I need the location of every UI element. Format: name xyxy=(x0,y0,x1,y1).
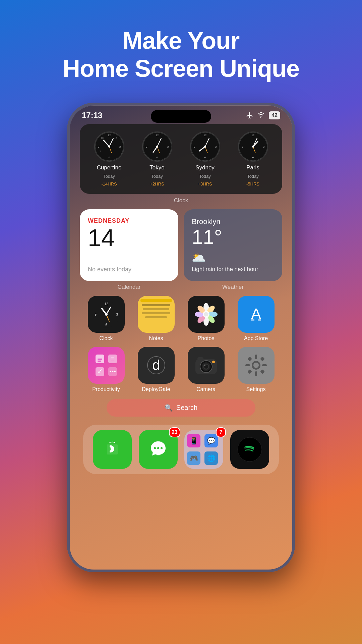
svg-point-11 xyxy=(108,146,110,148)
dock-icon-wrap-spotify[interactable] xyxy=(230,430,269,469)
title-line1: Make Your xyxy=(63,27,299,55)
app-icon-productivity[interactable]: ≡ ✓ ••• xyxy=(88,347,125,384)
svg-rect-82 xyxy=(262,364,267,366)
app-label-camera: Camera xyxy=(196,386,216,392)
search-icon: 🔍 xyxy=(165,404,173,412)
app-label-appstore: App Store xyxy=(244,335,268,341)
dock-icon-wrap-appfollow[interactable]: 7 📱 💬 🎮 🌐 xyxy=(184,430,223,469)
dock: 23 7 📱 💬 🎮 🌐 xyxy=(83,425,279,474)
svg-text:✓: ✓ xyxy=(97,368,103,375)
clock-widget[interactable]: 12 3 6 9 10 2 7 xyxy=(80,124,282,194)
svg-point-29 xyxy=(204,146,206,148)
dock-icon-spotify[interactable] xyxy=(230,430,269,469)
app-icon-wrap-clock[interactable]: 12 3 6 9 Clock xyxy=(81,296,131,341)
tokyo-offset: +2HRS xyxy=(150,181,164,186)
svg-text:12: 12 xyxy=(203,134,206,137)
svg-point-92 xyxy=(238,437,262,462)
status-icons: 42 xyxy=(246,111,280,119)
svg-rect-83 xyxy=(247,357,252,361)
app-icon-appstore[interactable]: A xyxy=(238,296,275,333)
app-icon-wrap-appstore[interactable]: A App Store xyxy=(231,296,281,341)
svg-text:12: 12 xyxy=(108,134,111,137)
svg-text:9: 9 xyxy=(98,145,99,148)
cal-no-events: No events today xyxy=(88,261,170,273)
paris-name: Paris xyxy=(246,164,259,171)
svg-text:6: 6 xyxy=(252,156,254,159)
search-label: Search xyxy=(176,404,197,412)
dock-icon-phone[interactable] xyxy=(93,430,132,469)
app-icon-notes[interactable] xyxy=(138,296,175,333)
svg-text:9: 9 xyxy=(145,145,147,148)
app-grid-row2: ≡ ✓ ••• Productivity d DeployGate xyxy=(80,347,282,392)
weather-widget[interactable]: Brooklyn 11° 🌥️ Light rain for the next … xyxy=(184,209,282,281)
svg-text:6: 6 xyxy=(204,156,206,159)
svg-text:12: 12 xyxy=(251,134,254,137)
paris-sub: Today xyxy=(247,174,259,179)
weather-desc: Light rain for the next hour xyxy=(192,266,274,273)
svg-text:2: 2 xyxy=(116,137,117,139)
svg-rect-79 xyxy=(255,355,257,359)
cupertino-offset: -14HRS xyxy=(101,181,117,186)
widget-labels-row: Calendar Weather xyxy=(80,284,282,290)
page-title: Make Your Home Screen Unique xyxy=(63,27,299,83)
svg-text:6: 6 xyxy=(108,156,110,159)
messages-badge: 23 xyxy=(169,427,180,437)
calendar-widget[interactable]: WEDNESDAY 14 No events today xyxy=(80,209,178,281)
clock-city-paris: 12 3 6 9 Paris Today -5HRS xyxy=(238,131,268,186)
clock-city-cupertino: 12 3 6 9 10 2 7 xyxy=(94,131,124,186)
svg-rect-84 xyxy=(260,357,264,361)
svg-text:9: 9 xyxy=(241,145,243,148)
svg-text:d: d xyxy=(152,357,160,373)
app-icon-wrap-productivity[interactable]: ≡ ✓ ••• Productivity xyxy=(81,347,131,392)
svg-rect-62 xyxy=(98,359,102,360)
app-label-productivity: Productivity xyxy=(92,386,120,392)
app-label-deploygate: DeployGate xyxy=(142,386,170,392)
app-label-settings: Settings xyxy=(246,386,266,392)
app-icon-photos[interactable] xyxy=(188,296,225,333)
dynamic-island xyxy=(151,110,211,123)
clock-city-tokyo: 12 3 6 9 Tokyo Today +2HRS xyxy=(142,131,172,186)
svg-point-47 xyxy=(105,313,108,316)
app-icon-wrap-settings[interactable]: Settings xyxy=(231,347,281,392)
dock-icon-wrap-messages[interactable]: 23 xyxy=(139,430,178,469)
cupertino-name: Cupertino xyxy=(97,164,122,171)
svg-point-89 xyxy=(157,447,159,449)
clock-face-tokyo: 12 3 6 9 xyxy=(142,131,172,162)
cal-day-num: 14 xyxy=(88,226,170,250)
svg-text:3: 3 xyxy=(167,145,169,148)
svg-text:12: 12 xyxy=(104,302,108,306)
app-icon-clock[interactable]: 12 3 6 9 xyxy=(88,296,125,333)
svg-rect-63 xyxy=(98,361,101,362)
svg-point-90 xyxy=(161,447,163,449)
tokyo-name: Tokyo xyxy=(149,164,164,171)
svg-text:9: 9 xyxy=(193,145,195,148)
clock-face-sydney: 12 3 6 9 xyxy=(190,131,220,162)
svg-text:3: 3 xyxy=(263,145,264,148)
svg-point-38 xyxy=(252,146,254,148)
widgets-row: WEDNESDAY 14 No events today Brooklyn 11… xyxy=(80,209,282,281)
svg-point-88 xyxy=(154,447,156,449)
phone-frame: 17:13 42 12 xyxy=(67,103,295,572)
app-label-notes: Notes xyxy=(149,335,163,341)
dock-icon-wrap-phone[interactable] xyxy=(93,430,132,469)
weather-city: Brooklyn xyxy=(192,217,274,226)
app-icon-camera[interactable] xyxy=(188,347,225,384)
svg-text:6: 6 xyxy=(105,323,107,327)
tokyo-sub: Today xyxy=(151,174,163,179)
app-label-photos: Photos xyxy=(198,335,215,341)
status-time: 17:13 xyxy=(82,111,102,120)
search-bar[interactable]: 🔍 Search xyxy=(107,399,255,417)
phone-content: 12 3 6 9 10 2 7 xyxy=(70,120,292,564)
app-icon-wrap-deploygate[interactable]: d DeployGate xyxy=(131,347,181,392)
svg-text:3: 3 xyxy=(116,313,118,316)
svg-text:10: 10 xyxy=(101,137,104,139)
app-icon-wrap-photos[interactable]: Photos xyxy=(181,296,231,341)
app-icon-settings[interactable] xyxy=(238,347,275,384)
app-icon-deploygate[interactable]: d xyxy=(138,347,175,384)
sydney-offset: +3HRS xyxy=(198,181,212,186)
svg-rect-75 xyxy=(197,357,203,361)
svg-rect-81 xyxy=(245,364,250,366)
app-icon-wrap-camera[interactable]: Camera xyxy=(181,347,231,392)
app-icon-wrap-notes[interactable]: Notes xyxy=(131,296,181,341)
svg-text:3: 3 xyxy=(215,145,217,148)
